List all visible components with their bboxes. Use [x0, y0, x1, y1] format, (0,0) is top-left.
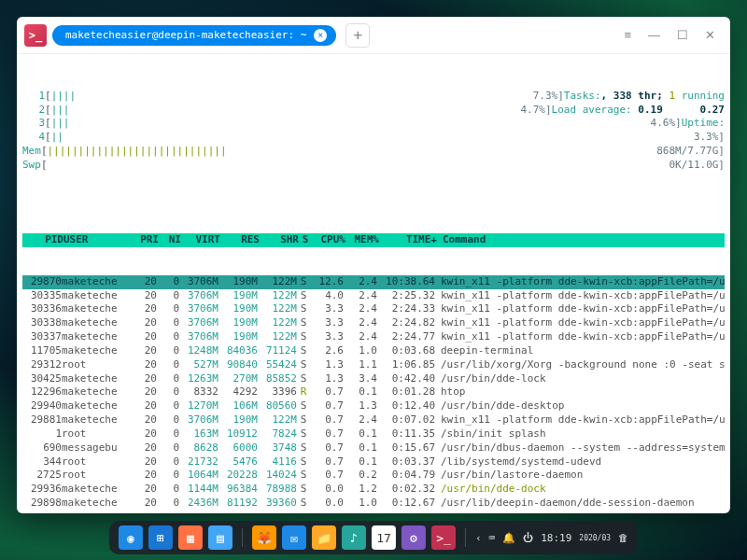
tray-expand-icon[interactable]: ‹ [475, 532, 482, 544]
process-row[interactable]: 29870 maketeche2003706M190M122MS12.62.41… [22, 275, 725, 289]
tab-active[interactable]: maketecheasier@deepin-maketecheasier: ~ … [52, 25, 336, 46]
process-row[interactable]: 344 root2002173254764116S0.70.10:03.37/l… [22, 455, 725, 469]
settings-icon[interactable]: ⚙ [402, 525, 426, 550]
clock-date[interactable]: 2020/03 [579, 534, 611, 542]
process-row[interactable]: 30338 maketeche2003706M190M122MS3.32.42:… [22, 316, 725, 330]
process-row[interactable]: 29898 maketeche2002436M8119239360S0.01.0… [22, 497, 725, 511]
process-row[interactable]: 11705 maketeche2001248M8403671124S2.61.0… [22, 344, 725, 358]
process-row[interactable]: 30335 maketeche2003706M190M122MS4.02.42:… [22, 289, 725, 303]
tab-close-icon[interactable]: × [314, 29, 327, 42]
process-row[interactable]: 29312 root200527M9084055424S1.31.11:06.8… [22, 358, 725, 372]
separator [242, 528, 243, 547]
window-controls: ≡ — ☐ ✕ [624, 28, 723, 42]
system-tray: ‹ ⌨ 🔔 ⏻ 18:19 2020/03 🗑 [475, 532, 628, 544]
firefox-icon[interactable]: 🦊 [252, 525, 276, 550]
terminal-taskbar-icon[interactable]: >_ [431, 525, 456, 550]
launcher-icon[interactable]: ◉ [119, 525, 143, 550]
close-button[interactable]: ✕ [705, 28, 715, 42]
app-icon-1[interactable]: ▦ [178, 525, 203, 550]
process-row[interactable]: 12296 maketeche200833242923396R0.70.10:0… [22, 385, 725, 399]
calendar-icon[interactable]: 17 [372, 525, 396, 550]
terminal-app-icon: >_ [24, 24, 47, 47]
watermark: www.wsxdn.com [657, 501, 726, 511]
maximize-button[interactable]: ☐ [677, 28, 688, 42]
process-row[interactable]: 29881 maketeche2003706M190M122MS0.72.40:… [22, 413, 725, 427]
titlebar: >_ maketecheasier@deepin-maketecheasier:… [17, 17, 730, 54]
menu-button[interactable]: ≡ [624, 28, 631, 42]
terminal-content[interactable]: 1 [||||7.3%] Tasks: , 338 thr; 1 running… [17, 54, 730, 513]
taskbar: ◉ ⊞ ▦ ▤ 🦊 ✉ 📁 ♪ 17 ⚙ >_ ‹ ⌨ 🔔 ⏻ 18:19 20… [109, 521, 638, 554]
terminal-window: >_ maketecheasier@deepin-maketecheasier:… [17, 17, 730, 513]
clock[interactable]: 18:19 [541, 532, 571, 544]
multitask-icon[interactable]: ⊞ [148, 525, 173, 550]
shutdown-icon[interactable]: ⏻ [523, 532, 533, 544]
separator [465, 528, 466, 547]
process-row[interactable]: 1 root200163M109127824S0.70.10:11.35/sbi… [22, 427, 725, 441]
music-icon[interactable]: ♪ [342, 525, 366, 550]
trash-icon[interactable]: 🗑 [618, 532, 628, 544]
process-row[interactable]: 30336 maketeche2003706M190M122MS3.32.42:… [22, 302, 725, 316]
files-icon[interactable]: 📁 [312, 525, 336, 550]
process-row[interactable]: 30337 maketeche2003706M190M122MS3.32.42:… [22, 330, 725, 344]
mail-icon[interactable]: ✉ [282, 525, 306, 550]
minimize-button[interactable]: — [648, 28, 660, 42]
process-row[interactable]: 29936 maketeche2001144M9638478988S0.01.2… [22, 483, 725, 497]
new-tab-button[interactable]: + [345, 23, 370, 48]
process-row[interactable]: 690 messagebu200862860003748S0.70.10:15.… [22, 441, 725, 455]
notification-icon[interactable]: 🔔 [502, 532, 515, 544]
process-row[interactable]: 2725 root2001064M2022814024S0.70.20:04.7… [22, 469, 725, 483]
tab-title: maketecheasier@deepin-maketecheasier: ~ [65, 29, 306, 41]
process-header[interactable]: PID USERPRINIVIRTRESSHRSCPU%MEM%TIME+Com… [22, 233, 725, 247]
process-row[interactable]: 29940 maketeche2001270M106M80560S0.71.30… [22, 399, 725, 413]
keyboard-icon[interactable]: ⌨ [489, 532, 496, 544]
app-icon-2[interactable]: ▤ [208, 525, 233, 550]
process-row[interactable]: 30425 maketeche2001263M270M85852S1.33.40… [22, 372, 725, 386]
